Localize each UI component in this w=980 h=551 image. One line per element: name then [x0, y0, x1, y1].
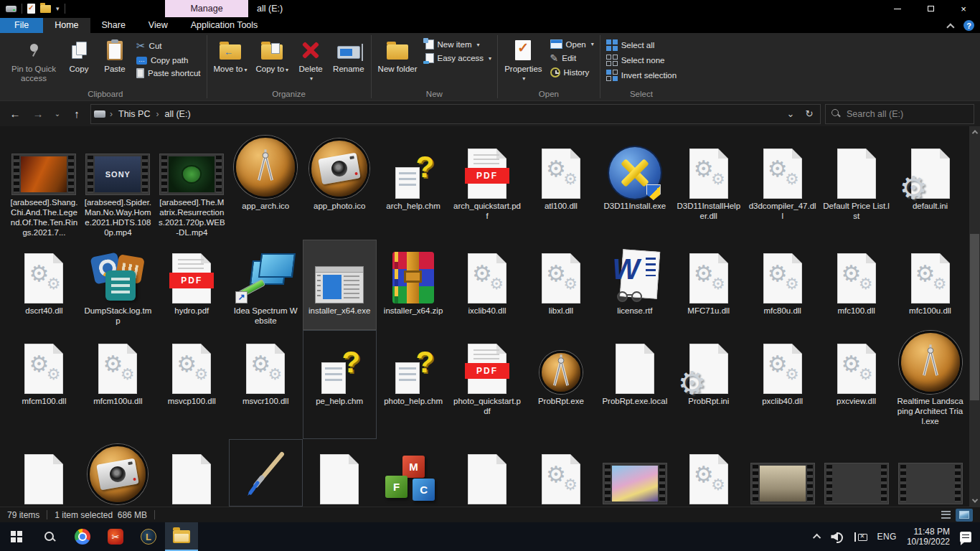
- file-item[interactable]: Realtime Landscaping Architect Trial.exe: [893, 330, 967, 439]
- file-item[interactable]: PDFarch_quickstart.pdf: [451, 132, 524, 240]
- file-item[interactable]: ⚙⚙d3dcompiler_47.dll: [745, 132, 819, 240]
- new-folder-button[interactable]: New folder: [374, 36, 421, 75]
- properties-qat-icon[interactable]: [27, 4, 35, 14]
- file-item[interactable]: ⚙⚙dscrt40.dll: [7, 240, 81, 330]
- file-item[interactable]: ⚙⚙mfc80u.dll: [745, 240, 819, 330]
- file-item[interactable]: [7, 439, 81, 507]
- pin-to-quick-access-button[interactable]: Pin to Quick access: [7, 36, 60, 84]
- manage-context-tab[interactable]: Manage: [165, 0, 248, 17]
- delete-button[interactable]: Delete▾: [293, 36, 328, 84]
- file-item[interactable]: app_arch.ico: [229, 132, 303, 240]
- file-item[interactable]: ⚙ProbRpt.ini: [672, 330, 745, 439]
- file-list-area[interactable]: [arabseed].Shang.Chi.And.The.Legend.Of.T…: [0, 126, 980, 507]
- back-button[interactable]: ←: [6, 105, 24, 123]
- file-item[interactable]: [745, 439, 819, 507]
- breadcrumb-drive-e[interactable]: all (E:): [161, 105, 193, 123]
- collapse-ribbon-icon[interactable]: [946, 23, 954, 31]
- move-to-button[interactable]: ← Move to▾: [210, 36, 251, 75]
- select-all-button[interactable]: Select all: [603, 39, 679, 52]
- tray-overflow-chevron-icon[interactable]: [813, 534, 821, 542]
- breadcrumb[interactable]: › This PC › all (E:) ⌄ ↻: [90, 104, 821, 124]
- taskbar-game-launcher-button[interactable]: L: [132, 522, 165, 551]
- file-item[interactable]: D3D11Install.exe: [598, 132, 672, 240]
- file-item[interactable]: MFC: [377, 439, 451, 507]
- copy-button[interactable]: Copy: [62, 36, 96, 75]
- taskbar-chrome-button[interactable]: [66, 522, 99, 551]
- file-item[interactable]: Wlicense.rtf: [598, 240, 672, 330]
- forward-button[interactable]: →: [29, 105, 47, 123]
- file-item[interactable]: ?pe_help.chm: [303, 330, 377, 439]
- select-none-button[interactable]: Select none: [603, 54, 679, 67]
- taskbar-search-button[interactable]: [33, 522, 66, 551]
- address-dropdown-icon[interactable]: ⌄: [781, 105, 800, 123]
- file-item[interactable]: [598, 439, 672, 507]
- file-item[interactable]: ⚙⚙pxclib40.dll: [745, 330, 819, 439]
- file-item[interactable]: [303, 439, 377, 507]
- file-item[interactable]: ⚙⚙msvcr100.dll: [229, 330, 303, 439]
- file-item[interactable]: ⚙⚙ixclib40.dll: [451, 240, 524, 330]
- input-indicator-icon[interactable]: ✕: [854, 532, 867, 542]
- taskbar-file-explorer-button[interactable]: [165, 522, 198, 551]
- file-item[interactable]: [155, 439, 229, 507]
- scroll-up-icon[interactable]: [969, 126, 980, 138]
- file-item[interactable]: ⚙default.ini: [893, 132, 967, 240]
- help-icon[interactable]: ?: [963, 20, 974, 31]
- language-indicator[interactable]: ENG: [877, 532, 897, 542]
- file-item[interactable]: ?photo_help.chm: [377, 330, 451, 439]
- volume-icon[interactable]: [831, 532, 844, 542]
- search-input[interactable]: [847, 109, 968, 119]
- new-folder-qat-icon[interactable]: [40, 5, 51, 13]
- start-button[interactable]: [0, 522, 33, 551]
- file-item[interactable]: SONY[arabseed].Spider.Man.No.Way.Home.20…: [81, 132, 155, 240]
- easy-access-button[interactable]: Easy access▾: [423, 52, 495, 64]
- file-item[interactable]: ⚙⚙mfcm100.dll: [7, 330, 81, 439]
- rename-button[interactable]: Rename: [329, 36, 367, 75]
- file-item[interactable]: DumpStack.log.tmp: [81, 240, 155, 330]
- paste-shortcut-button[interactable]: Paste shortcut: [133, 67, 204, 79]
- file-item[interactable]: ⚙⚙: [672, 439, 745, 507]
- file-item[interactable]: Default Price List.lst: [819, 132, 893, 240]
- file-item[interactable]: installer_x64.zip: [377, 240, 451, 330]
- file-item[interactable]: ↗Idea Spectrum Website: [229, 240, 303, 330]
- properties-button[interactable]: Properties▾: [501, 36, 545, 84]
- paste-button[interactable]: Paste: [98, 36, 132, 75]
- file-item[interactable]: app_photo.ico: [303, 132, 377, 240]
- tab-view[interactable]: View: [137, 18, 179, 33]
- file-item[interactable]: [819, 439, 893, 507]
- file-item[interactable]: ProbRpt.exe.local: [598, 330, 672, 439]
- details-view-toggle[interactable]: [937, 509, 954, 522]
- tab-file[interactable]: File: [0, 18, 43, 33]
- breadcrumb-this-pc[interactable]: This PC: [116, 105, 153, 123]
- file-item[interactable]: [arabseed].The.Matrix.Resurrections.2021…: [155, 132, 229, 240]
- breadcrumb-chevron-icon[interactable]: ›: [153, 109, 161, 119]
- open-button[interactable]: Open▾: [547, 39, 597, 50]
- close-button[interactable]: ×: [947, 0, 980, 17]
- file-item[interactable]: ⚙⚙libxl.dll: [524, 240, 598, 330]
- scroll-down-icon[interactable]: [969, 495, 980, 507]
- search-box[interactable]: [825, 104, 974, 124]
- restore-button[interactable]: [914, 0, 947, 17]
- file-item[interactable]: ⚙⚙D3D11InstallHelper.dll: [672, 132, 745, 240]
- taskbar-video-cutter-button[interactable]: ✂: [99, 522, 132, 551]
- file-item[interactable]: [arabseed].Shang.Chi.And.The.Legend.Of.T…: [7, 132, 81, 240]
- file-item[interactable]: [229, 439, 303, 507]
- tab-home[interactable]: Home: [43, 18, 90, 33]
- cut-button[interactable]: ✂ Cut: [133, 39, 204, 53]
- file-item[interactable]: [893, 439, 967, 507]
- file-item[interactable]: ⚙⚙mfc100u.dll: [893, 240, 967, 330]
- recent-locations-caret-icon[interactable]: ⌄: [52, 105, 63, 123]
- file-item[interactable]: [81, 439, 155, 507]
- file-item[interactable]: ⚙⚙msvcp100.dll: [155, 330, 229, 439]
- file-item[interactable]: ProbRpt.exe: [524, 330, 598, 439]
- file-item[interactable]: installer_x64.exe: [303, 240, 377, 330]
- file-item[interactable]: ⚙⚙pxcview.dll: [819, 330, 893, 439]
- tab-share[interactable]: Share: [90, 18, 137, 33]
- history-button[interactable]: History: [547, 67, 597, 78]
- tab-application-tools[interactable]: Application Tools: [179, 18, 270, 33]
- file-item[interactable]: PDFhydro.pdf: [155, 240, 229, 330]
- file-item[interactable]: ?arch_help.chm: [377, 132, 451, 240]
- edit-button[interactable]: ✎ Edit: [547, 52, 597, 65]
- vertical-scrollbar[interactable]: [969, 126, 980, 507]
- customize-qat-caret-icon[interactable]: ▾: [56, 5, 60, 12]
- minimize-button[interactable]: [881, 0, 914, 17]
